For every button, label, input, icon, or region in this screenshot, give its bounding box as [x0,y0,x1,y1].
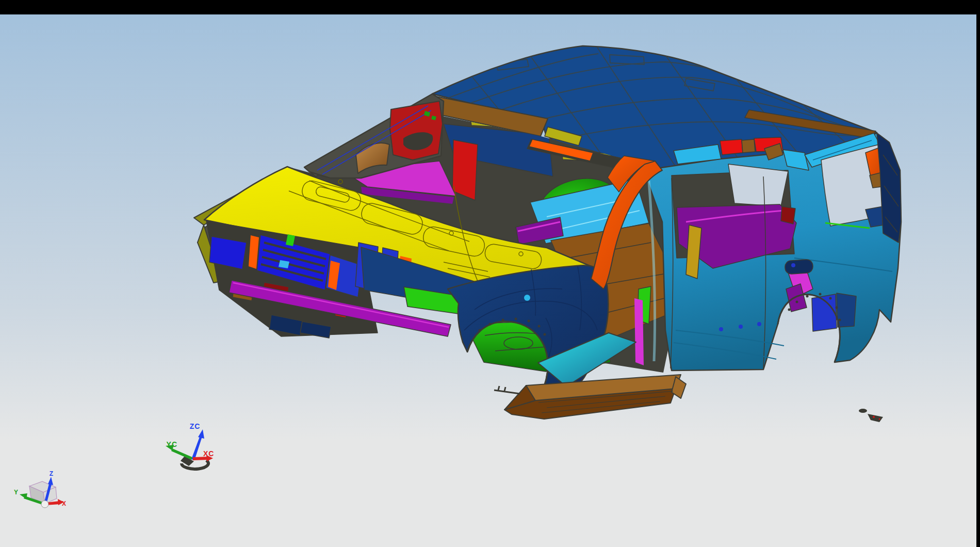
a-pillar-inner-red[interactable] [390,101,443,160]
wcs-x-label: XC [203,449,214,458]
view-triad-origin-sphere[interactable] [41,501,48,508]
b-pillar-seal-strip [634,298,644,365]
top-screen-bar [0,0,980,14]
wcs-y-label: YC [167,440,177,448]
window-see-through [728,164,788,206]
view-y-label: Y [14,489,19,496]
right-screen-bar [976,0,980,547]
view-z-label: Z [50,470,54,477]
debris-red-dot [879,419,880,420]
wcs-z-label: ZC [190,422,201,430]
arch-inner-box-dark [837,293,856,327]
center-brace[interactable] [452,140,478,200]
door-handle-recess[interactable] [785,259,813,275]
handle-glint [791,263,795,267]
fender-hole [524,295,530,301]
view-x-label: X [62,500,67,507]
cad-application-window: ZC YC XC Z Y X [0,0,980,547]
graphics-viewport[interactable]: ZC YC XC Z Y X [0,0,980,547]
latch-bracket [781,206,795,224]
debris-red-dot [873,416,875,418]
